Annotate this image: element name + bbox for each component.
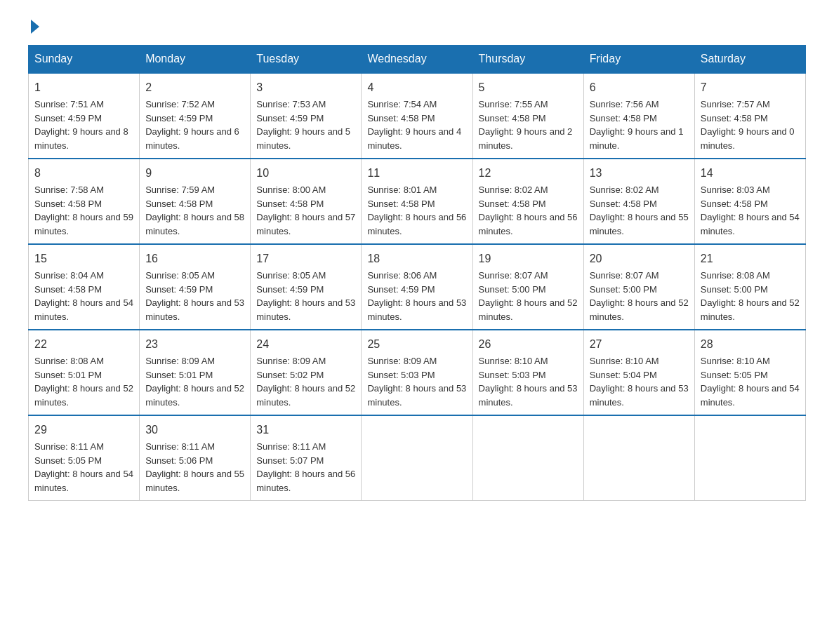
calendar-cell: 4 Sunrise: 7:54 AMSunset: 4:58 PMDayligh…	[362, 73, 472, 159]
day-number: 27	[590, 336, 689, 353]
column-header-tuesday: Tuesday	[251, 46, 362, 74]
calendar-cell: 24 Sunrise: 8:09 AMSunset: 5:02 PMDaylig…	[251, 330, 362, 415]
calendar-cell: 10 Sunrise: 8:00 AMSunset: 4:58 PMDaylig…	[251, 159, 362, 244]
calendar-cell: 8 Sunrise: 7:58 AMSunset: 4:58 PMDayligh…	[29, 159, 140, 244]
day-number: 16	[145, 250, 244, 267]
column-header-saturday: Saturday	[694, 46, 805, 74]
day-info: Sunrise: 8:07 AMSunset: 5:00 PMDaylight:…	[590, 270, 689, 322]
calendar-body: 1 Sunrise: 7:51 AMSunset: 4:59 PMDayligh…	[29, 73, 806, 501]
day-info: Sunrise: 8:00 AMSunset: 4:58 PMDaylight:…	[256, 185, 355, 236]
day-number: 4	[367, 79, 466, 96]
calendar-cell	[362, 415, 472, 501]
calendar-cell: 16 Sunrise: 8:05 AMSunset: 4:59 PMDaylig…	[140, 244, 251, 330]
calendar-cell: 31 Sunrise: 8:11 AMSunset: 5:07 PMDaylig…	[251, 415, 362, 501]
day-info: Sunrise: 8:03 AMSunset: 4:58 PMDaylight:…	[701, 185, 800, 236]
calendar-cell	[472, 415, 583, 501]
column-header-wednesday: Wednesday	[362, 46, 472, 74]
day-number: 26	[479, 336, 578, 353]
calendar-cell: 13 Sunrise: 8:02 AMSunset: 4:58 PMDaylig…	[583, 159, 694, 244]
day-info: Sunrise: 8:04 AMSunset: 4:58 PMDaylight:…	[34, 270, 133, 322]
calendar-cell: 28 Sunrise: 8:10 AMSunset: 5:05 PMDaylig…	[694, 330, 805, 415]
calendar-cell: 18 Sunrise: 8:06 AMSunset: 4:59 PMDaylig…	[362, 244, 472, 330]
calendar-cell: 15 Sunrise: 8:04 AMSunset: 4:58 PMDaylig…	[29, 244, 140, 330]
day-info: Sunrise: 7:59 AMSunset: 4:58 PMDaylight:…	[145, 185, 244, 236]
day-info: Sunrise: 8:06 AMSunset: 4:59 PMDaylight:…	[367, 270, 466, 322]
day-info: Sunrise: 8:10 AMSunset: 5:04 PMDaylight:…	[590, 356, 689, 408]
day-info: Sunrise: 8:07 AMSunset: 5:00 PMDaylight:…	[479, 270, 578, 322]
calendar-cell: 1 Sunrise: 7:51 AMSunset: 4:59 PMDayligh…	[29, 73, 140, 159]
day-info: Sunrise: 8:05 AMSunset: 4:59 PMDaylight:…	[145, 270, 244, 322]
day-info: Sunrise: 8:01 AMSunset: 4:58 PMDaylight:…	[367, 185, 466, 236]
calendar-cell: 21 Sunrise: 8:08 AMSunset: 5:00 PMDaylig…	[694, 244, 805, 330]
day-number: 30	[145, 422, 244, 438]
calendar-week-1: 1 Sunrise: 7:51 AMSunset: 4:59 PMDayligh…	[29, 73, 806, 159]
day-info: Sunrise: 8:08 AMSunset: 5:01 PMDaylight:…	[34, 356, 133, 408]
day-number: 2	[145, 79, 244, 96]
day-info: Sunrise: 8:09 AMSunset: 5:01 PMDaylight:…	[145, 356, 244, 408]
day-info: Sunrise: 8:11 AMSunset: 5:06 PMDaylight:…	[145, 441, 244, 493]
day-info: Sunrise: 7:52 AMSunset: 4:59 PMDaylight:…	[145, 99, 239, 151]
day-number: 19	[479, 250, 578, 267]
day-info: Sunrise: 7:56 AMSunset: 4:58 PMDaylight:…	[590, 99, 684, 151]
column-header-friday: Friday	[583, 46, 694, 74]
day-number: 7	[701, 79, 800, 96]
day-number: 20	[590, 250, 689, 267]
calendar-cell: 6 Sunrise: 7:56 AMSunset: 4:58 PMDayligh…	[583, 73, 694, 159]
calendar-cell: 7 Sunrise: 7:57 AMSunset: 4:58 PMDayligh…	[694, 73, 805, 159]
day-info: Sunrise: 8:05 AMSunset: 4:59 PMDaylight:…	[256, 270, 355, 322]
calendar-cell: 22 Sunrise: 8:08 AMSunset: 5:01 PMDaylig…	[29, 330, 140, 415]
day-number: 11	[367, 165, 466, 182]
day-info: Sunrise: 7:51 AMSunset: 4:59 PMDaylight:…	[34, 99, 128, 151]
calendar-cell: 20 Sunrise: 8:07 AMSunset: 5:00 PMDaylig…	[583, 244, 694, 330]
calendar-cell: 19 Sunrise: 8:07 AMSunset: 5:00 PMDaylig…	[472, 244, 583, 330]
day-number: 24	[256, 336, 355, 353]
day-info: Sunrise: 8:02 AMSunset: 4:58 PMDaylight:…	[590, 185, 689, 236]
column-header-thursday: Thursday	[472, 46, 583, 74]
calendar-cell: 27 Sunrise: 8:10 AMSunset: 5:04 PMDaylig…	[583, 330, 694, 415]
calendar-week-2: 8 Sunrise: 7:58 AMSunset: 4:58 PMDayligh…	[29, 159, 806, 244]
calendar-cell	[583, 415, 694, 501]
day-info: Sunrise: 7:53 AMSunset: 4:59 PMDaylight:…	[256, 99, 350, 151]
day-number: 3	[256, 79, 355, 96]
calendar-cell: 12 Sunrise: 8:02 AMSunset: 4:58 PMDaylig…	[472, 159, 583, 244]
day-number: 6	[590, 79, 689, 96]
day-number: 28	[701, 336, 800, 353]
day-number: 14	[701, 165, 800, 182]
day-info: Sunrise: 8:08 AMSunset: 5:00 PMDaylight:…	[701, 270, 800, 322]
calendar-cell: 30 Sunrise: 8:11 AMSunset: 5:06 PMDaylig…	[140, 415, 251, 501]
day-number: 23	[145, 336, 244, 353]
day-number: 15	[34, 250, 133, 267]
day-number: 13	[590, 165, 689, 182]
calendar-cell: 14 Sunrise: 8:03 AMSunset: 4:58 PMDaylig…	[694, 159, 805, 244]
day-number: 18	[367, 250, 466, 267]
day-number: 1	[34, 79, 133, 96]
calendar-week-5: 29 Sunrise: 8:11 AMSunset: 5:05 PMDaylig…	[29, 415, 806, 501]
calendar-cell	[694, 415, 805, 501]
day-info: Sunrise: 8:10 AMSunset: 5:03 PMDaylight:…	[479, 356, 578, 408]
day-info: Sunrise: 7:54 AMSunset: 4:58 PMDaylight:…	[367, 99, 461, 151]
calendar-cell: 2 Sunrise: 7:52 AMSunset: 4:59 PMDayligh…	[140, 73, 251, 159]
day-number: 17	[256, 250, 355, 267]
logo	[28, 21, 39, 31]
day-info: Sunrise: 8:10 AMSunset: 5:05 PMDaylight:…	[701, 356, 800, 408]
day-number: 31	[256, 422, 355, 438]
day-info: Sunrise: 8:11 AMSunset: 5:05 PMDaylight:…	[34, 441, 133, 493]
day-info: Sunrise: 8:09 AMSunset: 5:03 PMDaylight:…	[367, 356, 466, 408]
column-header-sunday: Sunday	[29, 46, 140, 74]
calendar-cell: 5 Sunrise: 7:55 AMSunset: 4:58 PMDayligh…	[472, 73, 583, 159]
day-info: Sunrise: 8:09 AMSunset: 5:02 PMDaylight:…	[256, 356, 355, 408]
day-number: 5	[479, 79, 578, 96]
calendar-table: SundayMondayTuesdayWednesdayThursdayFrid…	[28, 45, 806, 501]
calendar-cell: 9 Sunrise: 7:59 AMSunset: 4:58 PMDayligh…	[140, 159, 251, 244]
day-number: 10	[256, 165, 355, 182]
calendar-week-3: 15 Sunrise: 8:04 AMSunset: 4:58 PMDaylig…	[29, 244, 806, 330]
day-info: Sunrise: 8:02 AMSunset: 4:58 PMDaylight:…	[479, 185, 578, 236]
day-number: 12	[479, 165, 578, 182]
calendar-cell: 26 Sunrise: 8:10 AMSunset: 5:03 PMDaylig…	[472, 330, 583, 415]
calendar-week-4: 22 Sunrise: 8:08 AMSunset: 5:01 PMDaylig…	[29, 330, 806, 415]
calendar-cell: 17 Sunrise: 8:05 AMSunset: 4:59 PMDaylig…	[251, 244, 362, 330]
day-info: Sunrise: 7:55 AMSunset: 4:58 PMDaylight:…	[479, 99, 573, 151]
day-number: 25	[367, 336, 466, 353]
calendar-cell: 25 Sunrise: 8:09 AMSunset: 5:03 PMDaylig…	[362, 330, 472, 415]
day-number: 8	[34, 165, 133, 182]
